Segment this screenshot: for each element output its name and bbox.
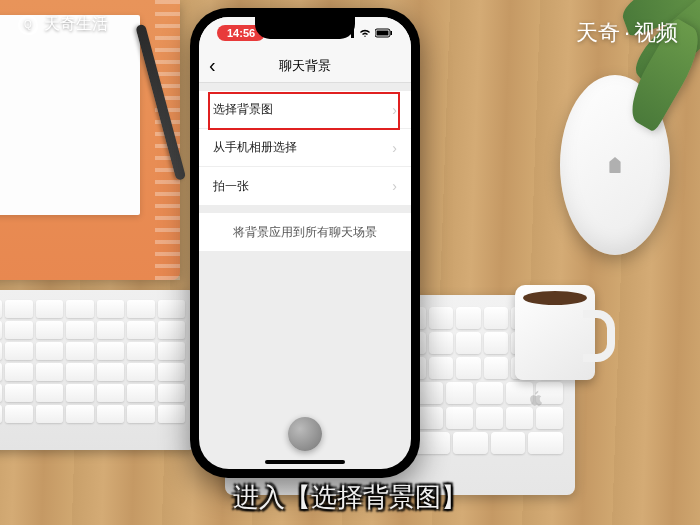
row-take-photo[interactable]: 拍一张 › — [199, 167, 411, 205]
phone-notch — [255, 17, 355, 39]
battery-icon — [375, 28, 393, 38]
row-apply-all[interactable]: 将背景应用到所有聊天场景 — [199, 213, 411, 251]
row-label: 拍一张 — [213, 178, 249, 195]
row-label: 选择背景图 — [213, 101, 273, 118]
svg-rect-1 — [377, 31, 389, 36]
nav-bar: ‹ 聊天背景 — [199, 49, 411, 83]
notebook-page — [0, 15, 140, 215]
keyboard-left — [0, 290, 195, 450]
brand-logo: Q 天奇生活 — [18, 14, 108, 35]
chevron-right-icon: › — [392, 102, 397, 118]
wifi-icon — [358, 28, 372, 38]
phone-screen: 14:56 ‹ 聊天背景 选择背景图 › 从手机相 — [199, 17, 411, 469]
home-indicator[interactable] — [265, 460, 345, 464]
mouse-prop — [560, 75, 670, 255]
settings-list: 选择背景图 › 从手机相册选择 › 拍一张 › 将背景应用到所有聊天场景 — [199, 91, 411, 251]
subtitle-caption: 进入【选择背景图】 — [233, 480, 467, 515]
logo-icon: Q — [18, 15, 38, 35]
notebook-prop — [0, 0, 180, 280]
row-choose-from-album[interactable]: 从手机相册选择 › — [199, 129, 411, 167]
row-label: 从手机相册选择 — [213, 139, 297, 156]
logo-text: 天奇生活 — [44, 14, 108, 35]
phone-mockup: 14:56 ‹ 聊天背景 选择背景图 › 从手机相 — [190, 8, 420, 478]
video-title: 天奇·视频 — [576, 18, 678, 48]
row-label: 将背景应用到所有聊天场景 — [233, 224, 377, 241]
assistive-touch-button[interactable] — [288, 417, 322, 451]
coffee-mug — [515, 285, 595, 380]
nav-title: 聊天背景 — [279, 57, 331, 75]
svg-rect-2 — [391, 31, 393, 35]
apple-logo-icon — [527, 390, 545, 410]
chevron-right-icon: › — [392, 140, 397, 156]
chevron-right-icon: › — [392, 178, 397, 194]
video-frame: 14:56 ‹ 聊天背景 选择背景图 › 从手机相 — [0, 0, 700, 525]
back-button[interactable]: ‹ — [209, 54, 216, 77]
row-select-background[interactable]: 选择背景图 › — [199, 91, 411, 129]
